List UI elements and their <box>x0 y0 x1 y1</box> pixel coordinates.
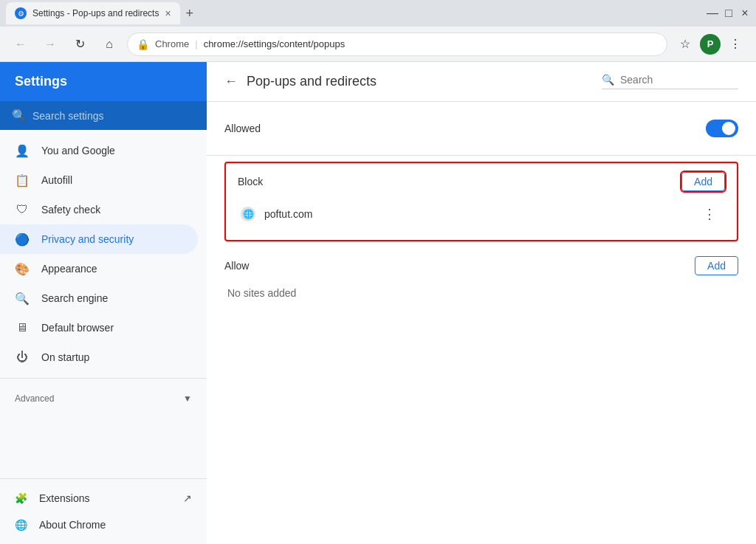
sidebar-divider <box>0 378 207 379</box>
sidebar-item-label: You and Google <box>41 145 115 156</box>
sidebar-item-autofill[interactable]: 📋 Autofill <box>0 165 198 195</box>
address-separator: | <box>195 38 197 49</box>
page-back-button[interactable]: ← <box>224 74 238 89</box>
sidebar-item-on-startup[interactable]: ⏻ On startup <box>0 342 198 372</box>
sidebar-title: Settings <box>0 62 207 101</box>
allowed-row: Allowed <box>224 114 738 143</box>
tab-close-button[interactable]: × <box>165 7 171 19</box>
maximize-button[interactable]: □ <box>724 8 734 18</box>
privacy-icon: 🔵 <box>15 232 30 247</box>
autofill-icon: 📋 <box>15 173 30 187</box>
menu-button[interactable]: ⋮ <box>724 32 747 56</box>
toggle-slider <box>706 120 738 137</box>
allow-label: Allow <box>224 260 249 272</box>
allow-header: Allow Add <box>224 256 738 275</box>
allowed-section: Allowed <box>207 102 756 156</box>
address-url: chrome://settings/content/popups <box>204 38 346 49</box>
sidebar-item-label: Privacy and security <box>41 233 134 245</box>
home-button[interactable]: ⌂ <box>97 32 121 56</box>
you-google-icon: 👤 <box>15 143 30 158</box>
advanced-section-label[interactable]: Advanced ▼ <box>0 385 207 407</box>
blocked-site-name: poftut.com <box>264 208 688 220</box>
appearance-icon: 🎨 <box>15 261 30 276</box>
bookmark-button[interactable]: ☆ <box>673 32 697 56</box>
page-search-input[interactable] <box>620 74 738 86</box>
startup-icon: ⏻ <box>15 350 30 365</box>
footer-divider <box>0 478 207 479</box>
toolbar-right: ☆ P ⋮ <box>673 32 747 56</box>
title-bar: Settings - Pop-ups and redirects × + — □… <box>0 0 756 27</box>
advanced-chevron-icon: ▼ <box>183 393 192 404</box>
allow-add-button[interactable]: Add <box>695 256 738 275</box>
default-browser-icon: 🖥 <box>15 320 30 335</box>
reload-button[interactable]: ↻ <box>68 32 92 56</box>
browser-window: Settings - Pop-ups and redirects × + — □… <box>0 0 756 544</box>
allow-section: Allow Add No sites added <box>207 247 756 314</box>
page-search-icon: 🔍 <box>602 74 614 86</box>
back-button[interactable]: ← <box>9 32 32 56</box>
close-button[interactable]: × <box>740 8 750 18</box>
extensions-label: Extensions <box>39 492 89 504</box>
site-favicon: 🌐 <box>241 207 255 221</box>
extensions-icon: 🧩 <box>15 492 27 504</box>
window-controls: — □ × <box>707 8 750 18</box>
sidebar-item-appearance[interactable]: 🎨 Appearance <box>0 254 198 283</box>
tab-title: Settings - Pop-ups and redirects <box>32 8 159 18</box>
external-link-icon: ↗ <box>183 492 192 504</box>
allowed-toggle[interactable] <box>706 120 738 137</box>
search-settings-input[interactable] <box>32 110 195 122</box>
new-tab-button[interactable]: + <box>183 3 197 24</box>
title-bar-left: Settings - Pop-ups and redirects × + <box>6 2 196 24</box>
block-section: Block Add 🌐 poftut.com ⋮ <box>224 162 738 241</box>
content-area: Settings 🔍 👤 You and Google 📋 Autofill 🛡… <box>0 62 756 544</box>
site-more-button[interactable]: ⋮ <box>697 203 722 225</box>
page-search-container[interactable]: 🔍 <box>602 74 738 89</box>
about-chrome-icon: 🌐 <box>15 519 27 531</box>
blocked-site-row: 🌐 poftut.com ⋮ <box>238 197 725 231</box>
sidebar: Settings 🔍 👤 You and Google 📋 Autofill 🛡… <box>0 62 207 544</box>
page-title: Pop-ups and redirects <box>247 74 593 89</box>
forward-button[interactable]: → <box>38 32 62 56</box>
page-header: ← Pop-ups and redirects 🔍 <box>207 62 756 102</box>
sidebar-item-search-engine[interactable]: 🔍 Search engine <box>0 283 198 313</box>
sidebar-item-label: Appearance <box>41 263 97 275</box>
block-label: Block <box>238 176 263 187</box>
browser-toolbar: ← → ↻ ⌂ 🔒 Chrome | chrome://settings/con… <box>0 27 756 62</box>
sidebar-item-extensions[interactable]: 🧩 Extensions ↗ <box>0 485 207 512</box>
browser-tab[interactable]: Settings - Pop-ups and redirects × <box>6 2 180 24</box>
block-add-button[interactable]: Add <box>681 172 725 191</box>
security-icon: 🔒 <box>137 38 149 50</box>
sidebar-item-you-and-google[interactable]: 👤 You and Google <box>0 136 198 165</box>
address-bar[interactable]: 🔒 Chrome | chrome://settings/content/pop… <box>127 32 667 56</box>
main-content: ← Pop-ups and redirects 🔍 Allowed <box>207 62 756 544</box>
allowed-label: Allowed <box>224 123 261 134</box>
sidebar-item-label: Search engine <box>41 292 108 304</box>
sidebar-item-label: Autofill <box>41 174 72 186</box>
sidebar-item-label: Safety check <box>41 204 100 216</box>
sidebar-item-privacy-security[interactable]: 🔵 Privacy and security <box>0 224 198 254</box>
search-engine-icon: 🔍 <box>15 291 30 306</box>
sidebar-item-safety-check[interactable]: 🛡 Safety check <box>0 195 198 224</box>
tab-favicon <box>15 7 27 19</box>
safety-icon: 🛡 <box>15 202 30 217</box>
address-chrome-label: Chrome <box>155 38 189 49</box>
search-settings-bar[interactable]: 🔍 <box>0 101 207 130</box>
sidebar-item-label: On startup <box>41 351 89 363</box>
sidebar-item-about-chrome[interactable]: 🌐 About Chrome <box>0 512 207 538</box>
no-sites-message: No sites added <box>224 281 738 305</box>
block-header: Block Add <box>238 172 725 191</box>
profile-button[interactable]: P <box>700 34 721 55</box>
sidebar-item-default-browser[interactable]: 🖥 Default browser <box>0 313 198 342</box>
sidebar-footer: 🧩 Extensions ↗ 🌐 About Chrome <box>0 466 207 544</box>
minimize-button[interactable]: — <box>707 8 718 18</box>
sidebar-item-label: Default browser <box>41 322 114 334</box>
about-chrome-label: About Chrome <box>39 519 106 531</box>
sidebar-nav: 👤 You and Google 📋 Autofill 🛡 Safety che… <box>0 130 207 466</box>
search-settings-icon: 🔍 <box>12 109 27 123</box>
